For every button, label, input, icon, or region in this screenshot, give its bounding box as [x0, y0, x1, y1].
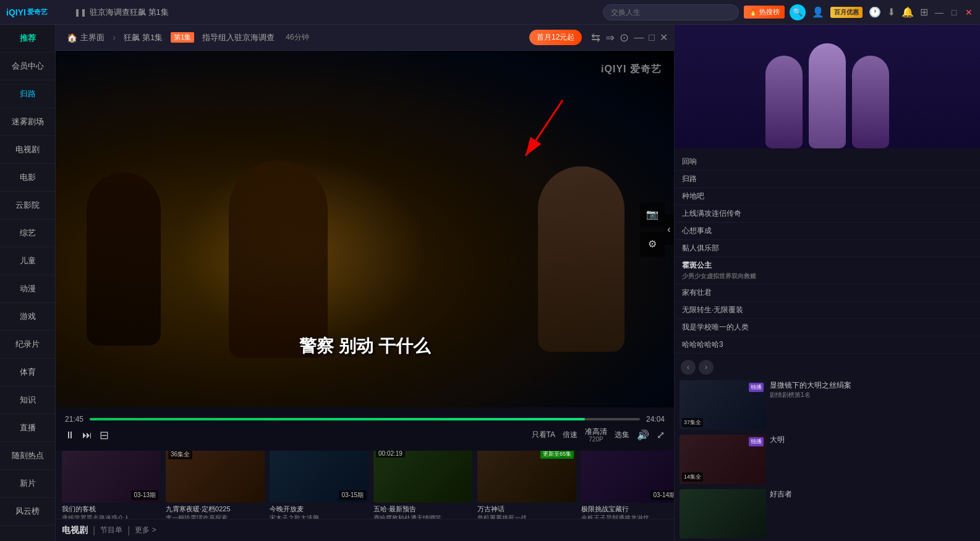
player-close-icon[interactable]: ✕	[660, 32, 668, 43]
download-icon[interactable]: ⬇	[887, 6, 895, 18]
notification-icon[interactable]: 🔔	[901, 6, 914, 18]
right-thumb-info-2: 大明	[770, 435, 785, 484]
nav-prev-button[interactable]: ‹	[681, 360, 696, 375]
thumb-title-2: 九霄寒夜暖·定档0225	[166, 505, 265, 514]
vip-badge[interactable]: 百月优惠	[830, 7, 863, 18]
sidebar-item-sports[interactable]: 体育	[0, 359, 55, 386]
search-button[interactable]: 🔍	[790, 4, 806, 20]
video-player[interactable]: iQIYI 爱奇艺 警察 别动 干什么 📷	[56, 51, 674, 407]
window-minimize-button[interactable]: —	[934, 7, 944, 17]
section-header: 电视剧 | 节目单 | 更多 >	[56, 519, 674, 541]
grid-icon[interactable]: ⊞	[920, 6, 928, 18]
section-link-schedule[interactable]: 节目单	[100, 525, 122, 535]
progress-track[interactable]	[90, 418, 640, 420]
thumbnail-1[interactable]: 03-13期 我们的客栈 唐嫣学罗晋走路迷惑众人	[62, 451, 161, 519]
hot-item-8[interactable]: 无限转生·无限覆装	[675, 302, 980, 319]
speed-button[interactable]: 倍速	[563, 430, 577, 440]
hot-item-3[interactable]: 种地吧	[675, 188, 980, 205]
thumbnail-4[interactable]: 00:02:19 五哈·最新预告 鹿哈撑敌秒处遭无情嘲笑	[373, 451, 472, 519]
sidebar-item-games[interactable]: 游戏	[0, 303, 55, 331]
hot-item-freckle[interactable]: 霍斑公主 少男少女虚拟世界双向救赎	[675, 257, 980, 284]
hot-item-5[interactable]: 心想事成	[675, 223, 980, 240]
clock-icon[interactable]: 🕐	[869, 6, 881, 18]
hot-item-9[interactable]: 我是学校唯一的人类	[675, 319, 980, 336]
sidebar-item-variety[interactable]: 综艺	[0, 219, 55, 247]
sidebar-item-kids[interactable]: 儿童	[0, 247, 55, 275]
nav-next-button[interactable]: ›	[699, 360, 714, 375]
thumbnail-3[interactable]: 03-15期 今晚开放麦 宋木子之歌太洗脑	[270, 451, 369, 519]
sidebar-item-documentary[interactable]: 纪录片	[0, 331, 55, 359]
sidebar-item-charts[interactable]: 风云榜	[0, 498, 55, 526]
only-ta-button[interactable]: 只看TA	[532, 430, 555, 440]
thumb-badge-4: 00:02:19	[376, 451, 405, 458]
sidebar-item-anime[interactable]: 动漫	[0, 275, 55, 303]
tab-guide[interactable]: 指导组入驻京海调查	[197, 30, 279, 46]
episodes-button[interactable]: 选集	[615, 430, 629, 440]
sidebar-item-mist[interactable]: 迷雾剧场	[0, 108, 55, 136]
right-thumb-3[interactable]	[680, 489, 766, 539]
hot-search-button[interactable]: 🔥 热搜榜	[744, 6, 785, 19]
sidebar-item-trending[interactable]: 随刻热点	[0, 442, 55, 470]
app-logo: iQIYI 爱奇艺	[6, 2, 68, 22]
sidebar-item-tv[interactable]: 电视剧	[0, 136, 55, 164]
figure-center	[229, 160, 328, 358]
thumb-badge-5: 更新至65集	[540, 451, 574, 459]
sidebar-item-vip[interactable]: 会员中心	[0, 53, 55, 80]
hot-item-10[interactable]: 哈哈哈哈哈3	[675, 336, 980, 354]
hot-item-2[interactable]: 归路	[675, 171, 980, 188]
hot-sub-freckle: 少男少女虚拟世界双向救赎	[682, 272, 973, 281]
content-area: 🏠 主界面 › 狂飙 第1集 第1集 指导组入驻京海调查 46分钟 首月12元起…	[56, 25, 980, 541]
sidebar-item-live[interactable]: 直播	[0, 414, 55, 442]
window-maximize-button[interactable]: □	[949, 7, 959, 17]
screenshot-button[interactable]: 📷	[640, 202, 665, 227]
player-section: 🏠 主界面 › 狂飙 第1集 第1集 指导组入驻京海调查 46分钟 首月12元起…	[56, 25, 980, 541]
search-input[interactable]	[603, 4, 739, 20]
player-tabs: 🏠 主界面 › 狂飙 第1集 第1集 指导组入驻京海调查 46分钟 首月12元起…	[56, 25, 674, 51]
time-current: 21:45	[65, 415, 83, 424]
sidebar-item-new[interactable]: 新片	[0, 470, 55, 498]
tab-episode[interactable]: 狂飙 第1集	[119, 30, 168, 46]
hot-item-1[interactable]: 回响	[675, 153, 980, 171]
thumb-title-3: 今晚开放麦	[270, 505, 369, 514]
window-close-button[interactable]: ✕	[964, 7, 974, 17]
thumb-badge-2: 36集全	[168, 451, 192, 459]
tab-home[interactable]: 🏠 主界面	[62, 30, 109, 46]
video-watermark: iQIYI 爱奇艺	[601, 63, 662, 76]
thumbnail-6[interactable]: 03-14期 极限挑战宝藏行 金栋王子异朝通接龙滋炆	[581, 451, 674, 519]
promo-figure-3	[852, 56, 889, 148]
thumbnail-2[interactable]: 36集全 九霄寒夜暖·定档0225 李一桐毕雯珺欢喜探索	[166, 451, 265, 519]
player-settings-icon[interactable]: ⊙	[620, 31, 629, 45]
right-thumb-1[interactable]: 独播 37集全	[680, 380, 766, 430]
sidebar-item-knowledge[interactable]: 知识	[0, 386, 55, 414]
player-ctrl-icons: ⇆ ⇒ ⊙ — □ ✕	[591, 31, 668, 45]
player-maximize-icon[interactable]: □	[649, 32, 655, 43]
hot-item-6[interactable]: 黏人俱乐部	[675, 240, 980, 257]
fullscreen-button[interactable]: ⤢	[657, 429, 665, 441]
sidebar-item-recommend[interactable]: 推荐	[0, 25, 55, 53]
home-icon: 🏠	[67, 33, 77, 43]
sidebar-item-movie[interactable]: 电影	[0, 164, 55, 192]
search-area: 🔥 热搜榜 🔍	[603, 4, 806, 20]
play-pause-button[interactable]: ⏸	[65, 430, 75, 441]
player-minimize-icon[interactable]: —	[634, 32, 644, 43]
next-button[interactable]: ⏭	[82, 430, 92, 441]
user-icon[interactable]: 👤	[812, 6, 824, 18]
sidebar-item-cloud[interactable]: 云影院	[0, 192, 55, 219]
time-total: 24:04	[646, 415, 665, 424]
quality-button[interactable]: 准高清 720P	[585, 427, 607, 443]
airplay-icon[interactable]: ⇒	[605, 31, 615, 45]
section-title: 电视剧	[62, 525, 88, 536]
section-link-more[interactable]: 更多 >	[135, 525, 156, 535]
hot-item-7[interactable]: 家有壮君	[675, 284, 980, 302]
vip-month-button[interactable]: 首月12元起	[529, 30, 582, 45]
volume-button[interactable]: 🔊	[637, 429, 649, 441]
subtitle-button[interactable]: ⊟	[100, 428, 109, 442]
sidebar-item-guilv[interactable]: 归路	[0, 80, 55, 108]
collapse-panel-button[interactable]: ‹	[664, 214, 674, 245]
cast-icon[interactable]: ⇆	[591, 31, 600, 45]
settings-button[interactable]: ⚙	[640, 232, 665, 257]
thumbnail-5[interactable]: 更新至65集 万古神话 危机重重拼死一战	[477, 451, 576, 519]
hot-item-4[interactable]: 上线满攻连侣传奇	[675, 205, 980, 223]
right-thumb-2[interactable]: 独播 14集全	[680, 435, 766, 484]
topbar-title: ❚❚ 驻京海调查狂飙 第1集	[68, 7, 603, 18]
